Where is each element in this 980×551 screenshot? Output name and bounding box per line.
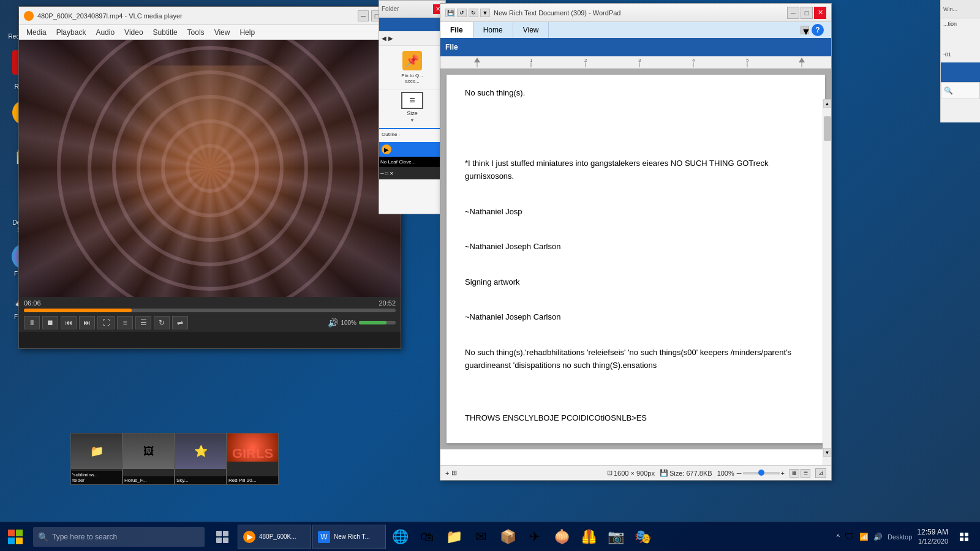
thumbnail-1[interactable]: 📁 'sublimina...folder (70, 433, 123, 485)
ribbon-collapse-button[interactable]: ▼ (801, 26, 809, 34)
vlc-minimize-button[interactable]: ─ (358, 10, 369, 21)
vlc-pause-button[interactable]: ⏸ (24, 316, 40, 329)
view-list-icon[interactable]: ☰ (801, 469, 810, 478)
taskbar-explorer-button[interactable]: 📁 (441, 524, 467, 550)
qat-undo-icon[interactable]: ↺ (457, 9, 467, 17)
win-logo-q2 (16, 530, 23, 536)
scroll-up-button[interactable]: ▲ (823, 99, 831, 108)
ribbon-help-button[interactable]: ? (812, 24, 824, 36)
wordpad-scrollbar[interactable]: ▲ ▼ (823, 99, 831, 465)
ribbon-tab-view[interactable]: View (513, 22, 549, 38)
file-window-partial: Folder ✕ ◀ ▶ 📌 Pin to Q...acce... ≡ Size… (379, 0, 446, 214)
vlc-volume-bar[interactable] (359, 321, 396, 324)
svg-text:5: 5 (746, 58, 749, 63)
vlc-progress-bar[interactable] (24, 309, 396, 312)
view-table-icon[interactable]: ▦ (790, 469, 799, 478)
ribbon-tab-home[interactable]: Home (473, 22, 513, 38)
vlc-menu-playback[interactable]: Playback (51, 25, 91, 40)
vlc-shuffle-button[interactable]: ⇌ (172, 316, 188, 329)
taskbar-app10-button[interactable]: 🎭 (630, 524, 655, 550)
taskbar-vlc-button[interactable]: ▶ 480P_600K... (238, 525, 311, 549)
right-windows: Win... ...tion -01 🔍 (940, 0, 980, 522)
taskbar-vlc2-button[interactable]: 🦺 (576, 524, 601, 550)
vlc-extended-button[interactable]: ≡ (117, 316, 133, 329)
vlc-menu-help[interactable]: Help (235, 25, 260, 40)
fw-ctrl-minus[interactable]: ─ (380, 171, 384, 176)
task-view-button[interactable] (209, 524, 235, 550)
fw-ctrl-x[interactable]: ✕ (390, 171, 394, 176)
vlc-menu-view[interactable]: View (209, 25, 235, 40)
statusbar-add-icon[interactable]: + (445, 470, 449, 477)
zoom-in-button[interactable]: + (781, 470, 785, 477)
network-tray-icon[interactable]: 📶 (859, 533, 869, 541)
taskbar-amazon-button[interactable]: 📦 (495, 524, 521, 550)
wordpad-doc-area[interactable]: No such thing(s). *I think I just stuffe… (440, 69, 831, 449)
taskbar-tripadvisor-button[interactable]: ✈ (522, 524, 548, 550)
vlc-menu-media[interactable]: Media (21, 25, 51, 40)
vlc-playlist-button[interactable]: ☰ (135, 316, 151, 329)
thumbnail-3[interactable]: ⭐ Sky... (175, 433, 227, 485)
thumbnail-4[interactable]: GIRLS Red Pill 20... (227, 433, 279, 485)
vlc-menu-video[interactable]: Video (119, 25, 148, 40)
wordpad-titlebar: 💾 ↺ ↻ ▼ New Rich Text Document (309) - W… (440, 4, 831, 22)
expand-icon[interactable]: ⊿ (815, 468, 826, 478)
thumbnail-2[interactable]: 🖼 Horus_F... (123, 433, 175, 485)
wordpad-minimize-button[interactable]: ─ (787, 7, 799, 19)
vlc-volume-text: 100% (341, 320, 356, 326)
vlc-prev-button[interactable]: ⏮ (61, 316, 77, 329)
vlc-time-total: 20:52 (379, 299, 396, 307)
antivirus-tray-icon[interactable]: 🛡 (845, 531, 854, 542)
statusbar-left: + ⊞ (445, 469, 607, 477)
fw-ctrl-box[interactable]: □ (385, 171, 388, 176)
taskbar-edge-button[interactable]: 🌐 (387, 524, 413, 550)
zoom-track[interactable] (743, 472, 780, 474)
scroll-thumb[interactable] (824, 116, 831, 141)
ribbon-file-button[interactable]: File (445, 43, 458, 51)
vlc-menu-tools[interactable]: Tools (183, 25, 209, 40)
vlc-time-current: 06:06 (24, 299, 41, 307)
vlc-taskbar-label: 480P_600K... (259, 533, 296, 540)
vlc-volume-icon: 🔊 (328, 318, 338, 328)
vlc-loop-button[interactable]: ↻ (154, 316, 170, 329)
statusbar-right: ⊡ 980 × 551px 💾 Size: 677.8KB 100% ─ (607, 468, 826, 478)
wordpad-close-button[interactable]: ✕ (814, 7, 826, 19)
zoom-thumb (758, 470, 764, 476)
taskbar-store-button[interactable]: 🛍 (414, 524, 440, 550)
fw-size-section: ≡ Size ▼ (379, 89, 445, 126)
tray-chevron[interactable]: ^ (837, 533, 840, 541)
store-icon: 🛍 (420, 529, 434, 545)
taskbar-mail-button[interactable]: ✉ (468, 524, 494, 550)
tor-taskbar-icon: 🧅 (554, 529, 570, 545)
zoom-out-button[interactable]: ─ (737, 470, 742, 477)
qat-arrow-icon[interactable]: ▼ (480, 9, 490, 17)
taskbar-search-icon: 🔍 (38, 532, 48, 542)
taskbar-tor-button[interactable]: 🧅 (549, 524, 575, 550)
fw-title-text: Folder (382, 6, 399, 12)
ruler-svg: 0 1 2 3 4 5 (440, 56, 831, 69)
vlc-video-area (19, 40, 401, 297)
right-panel-content: ...tion -01 (941, 18, 980, 60)
fw-pin-label: Pin to Q...acce... (401, 73, 423, 84)
start-button[interactable] (0, 522, 31, 552)
vlc-buttons-row: ⏸ ⏹ ⏮ ⏭ ⛶ ≡ ☰ ↻ ⇌ 🔊 100% (24, 316, 396, 329)
vlc-next-button[interactable]: ⏭ (79, 316, 95, 329)
volume-tray-icon[interactable]: 🔊 (873, 533, 883, 541)
vlc-fullscreen-button[interactable]: ⛶ (97, 316, 115, 329)
taskbar-search-input[interactable] (52, 533, 200, 541)
taskbar-search-bar[interactable]: 🔍 (33, 527, 205, 547)
vlc-menu-audio[interactable]: Audio (91, 25, 119, 40)
scroll-down-button[interactable]: ▼ (823, 448, 831, 457)
qat-save-icon[interactable]: 💾 (445, 9, 455, 17)
vlc-menu-subtitle[interactable]: Subtitle (148, 25, 183, 40)
taskbar-app9-button[interactable]: 📷 (603, 524, 628, 550)
taskbar-clock[interactable]: 12:59 AM 1/12/2020 (917, 528, 948, 546)
notification-center-button[interactable] (953, 526, 975, 548)
thumb-label-2: Horus_F... (123, 476, 174, 484)
vlc-stop-button[interactable]: ⏹ (42, 316, 58, 329)
taskbar-wordpad-button[interactable]: W New Rich T... (312, 525, 386, 549)
qat-redo-icon[interactable]: ↻ (469, 9, 478, 17)
svg-text:1: 1 (530, 58, 533, 63)
wordpad-maximize-button[interactable]: □ (801, 7, 813, 19)
ribbon-tab-file[interactable]: File (440, 22, 473, 38)
statusbar-resize-icon[interactable]: ⊞ (451, 469, 457, 477)
